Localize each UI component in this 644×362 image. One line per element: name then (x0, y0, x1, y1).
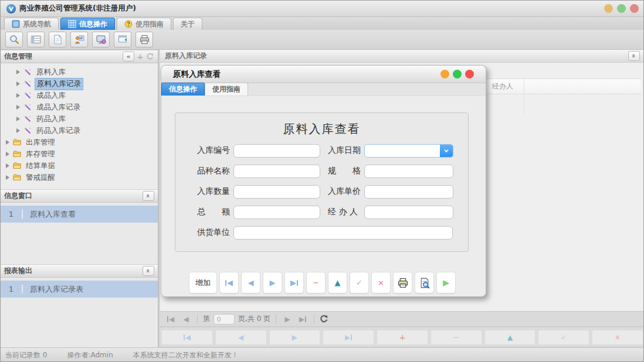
maximize-button[interactable] (617, 4, 626, 13)
search-button[interactable] (5, 32, 23, 47)
expand-arrow-icon[interactable] (6, 152, 9, 156)
tree-item-settlement[interactable]: 结算单据 (1, 160, 158, 172)
info-window-row[interactable]: 1 原料入库查看 (1, 206, 158, 223)
divider (276, 315, 276, 324)
monitor-button[interactable] (92, 32, 110, 47)
tab-info-operate[interactable]: 信息操作 (60, 18, 115, 30)
expand-arrow-icon[interactable] (6, 175, 9, 180)
report-output-row[interactable]: 1 原料入库记录表 (1, 281, 158, 298)
grid-last-button[interactable]: ▶ (323, 330, 374, 345)
expand-arrow-icon[interactable] (16, 105, 20, 110)
next-page-button[interactable]: ▶ (282, 313, 293, 325)
grid-next-button[interactable]: ▶ (269, 330, 321, 345)
dialog-title-bar[interactable]: 原料入库查看 (161, 66, 486, 83)
tree-item-raw-in[interactable]: 原料入库 (1, 66, 158, 78)
tree-item-product-in-records[interactable]: 成品入库记录 (1, 101, 158, 113)
printer-button[interactable] (135, 32, 153, 47)
field-label-inbound-date: 入库日期 (328, 145, 364, 156)
search-icon (9, 34, 20, 45)
quantity-input[interactable] (233, 185, 320, 199)
page-number-input[interactable] (213, 314, 235, 325)
first-record-button[interactable]: ◀ (219, 272, 239, 293)
cancel-button[interactable]: × (371, 272, 391, 293)
window-add-button[interactable] (114, 32, 131, 47)
tab-user-guide[interactable]: 使用指南 (117, 18, 171, 30)
grid-confirm-button[interactable]: ✓ (538, 330, 589, 345)
tree-item-product-in[interactable]: 成品入库 (1, 90, 158, 101)
field-label-supplier: 供货单位 (197, 227, 233, 238)
collapse-panel-button[interactable]: « (123, 52, 134, 62)
grid-prev-button[interactable]: ◀ (215, 330, 267, 345)
tree-item-medicine-in[interactable]: 药品入库 (1, 113, 158, 125)
expand-arrow-icon[interactable] (6, 140, 9, 145)
tree-item-outbound[interactable]: 出库管理 (1, 136, 158, 148)
grid-cancel-button[interactable]: × (592, 330, 643, 345)
grid-add-button[interactable]: + (377, 330, 428, 345)
last-record-button[interactable]: ▶ (284, 272, 304, 293)
field-label-inbound-no: 入库编号 (197, 145, 233, 156)
run-button[interactable]: ▶ (436, 272, 456, 293)
wand-icon (23, 127, 32, 135)
prev-record-button[interactable]: ◀ (241, 272, 260, 293)
collapse-up-button[interactable]: « (143, 191, 154, 201)
print-preview-button[interactable] (415, 272, 434, 293)
handler-input[interactable] (364, 206, 453, 219)
app-window: 商业养殖公司管理系统(非注册用户) 系统导航 信息操作 使用指南 关于 (0, 0, 644, 362)
tree-item-alert[interactable]: 警戒提醒 (1, 172, 158, 183)
divider (197, 315, 198, 324)
wand-icon (23, 68, 32, 76)
chevron-down-icon (443, 147, 450, 154)
add-record-button[interactable]: 增加 (189, 272, 217, 293)
tab-system-nav[interactable]: 系统导航 (4, 18, 59, 30)
edit-record-button[interactable]: ▲ (328, 272, 347, 293)
user-report-button[interactable] (70, 32, 88, 47)
grid-edit-button[interactable]: ▲ (484, 330, 536, 345)
collapse-up-button[interactable]: « (143, 266, 154, 276)
minimize-button[interactable] (604, 4, 613, 13)
expand-arrow-icon[interactable] (16, 70, 20, 74)
close-button[interactable] (630, 4, 639, 13)
dialog-tab-info-operate[interactable]: 信息操作 (161, 83, 205, 95)
folder-icon (13, 150, 21, 158)
monitor-square-icon (12, 20, 20, 28)
spec-input[interactable] (364, 165, 453, 178)
next-record-button[interactable]: ▶ (263, 272, 282, 293)
unit-price-input[interactable] (364, 185, 453, 199)
dialog-tab-user-guide[interactable]: 使用指南 (205, 83, 248, 95)
print-button[interactable] (393, 272, 412, 293)
confirm-button[interactable]: ✓ (350, 272, 369, 293)
refresh-icon[interactable] (146, 53, 154, 60)
form-title: 原料入库查看 (175, 121, 468, 137)
delete-record-button[interactable]: − (306, 272, 326, 293)
document-icon (52, 34, 63, 45)
expand-arrow-icon[interactable] (6, 163, 9, 168)
tree-item-medicine-in-records[interactable]: 药品入库记录 (1, 125, 158, 136)
refresh-page-button[interactable] (320, 315, 328, 323)
grid-first-button[interactable]: ◀ (161, 330, 213, 345)
supplier-input[interactable] (233, 226, 453, 240)
variety-input[interactable] (233, 165, 320, 178)
expand-arrow-icon[interactable] (16, 81, 20, 86)
table-icon (30, 34, 42, 45)
collapse-up-button[interactable]: « (628, 51, 640, 61)
document-button[interactable] (49, 32, 66, 47)
expand-arrow-icon[interactable] (16, 128, 20, 133)
folder-icon (13, 138, 21, 146)
table-view-button[interactable] (27, 32, 45, 47)
tree-item-inventory[interactable]: 库存管理 (1, 148, 158, 160)
inbound-no-input[interactable] (233, 144, 320, 158)
tab-about[interactable]: 关于 (173, 18, 202, 30)
date-dropdown-button[interactable] (440, 145, 453, 157)
prev-page-button[interactable]: ◀ (180, 313, 192, 325)
add-icon[interactable]: + (136, 52, 144, 62)
dialog-maximize-button[interactable] (453, 70, 462, 78)
expand-arrow-icon[interactable] (16, 93, 20, 98)
total-input[interactable] (233, 206, 320, 219)
dialog-minimize-button[interactable] (440, 70, 449, 78)
dialog-close-button[interactable] (465, 70, 474, 78)
tree-item-raw-in-records[interactable]: 原料入库记录 (1, 78, 158, 90)
grid-delete-button[interactable]: − (431, 330, 482, 345)
first-page-button[interactable]: ◀ (165, 313, 177, 325)
last-page-button[interactable]: ▶ (297, 313, 309, 325)
expand-arrow-icon[interactable] (16, 117, 20, 121)
